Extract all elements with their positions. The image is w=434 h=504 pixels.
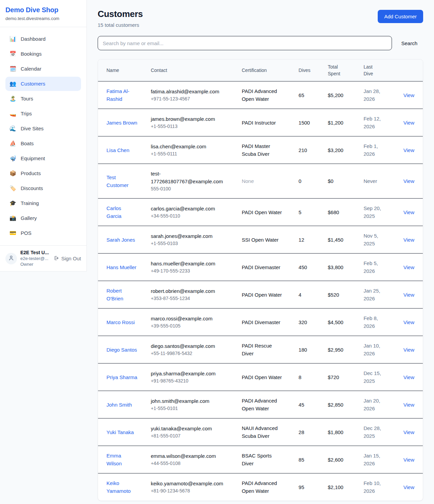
customer-certification: PADI Open Water: [242, 208, 282, 216]
view-link[interactable]: View: [403, 347, 414, 353]
sidebar-item-dive-sites[interactable]: 🌊 Dive Sites: [5, 122, 81, 136]
sidebar-item-pos[interactable]: 💳 POS: [5, 226, 81, 240]
customer-name-link[interactable]: Test Customer: [106, 173, 137, 189]
customer-name-link[interactable]: Robert O'Brien: [106, 287, 137, 302]
view-link[interactable]: View: [403, 264, 414, 270]
customer-name-link[interactable]: Priya Sharma: [106, 373, 137, 381]
search-button[interactable]: Search: [401, 40, 417, 46]
customer-phone: +81-90-1234-5678: [151, 487, 234, 494]
customer-last-dive: Jan 10, 2026: [363, 342, 384, 357]
island-icon: 🏝️: [9, 95, 16, 102]
user-email: e2e-tester@...: [20, 256, 49, 261]
sidebar: Demo Dive Shop demo.test.divestreams.com…: [0, 0, 87, 272]
customer-name-link[interactable]: Marco Rossi: [106, 318, 135, 326]
sidebar-item-products[interactable]: 📦 Products: [5, 166, 81, 181]
customer-certification: PADI Divemaster: [242, 318, 280, 326]
customer-name-link[interactable]: Diego Santos: [106, 346, 137, 354]
view-link[interactable]: View: [403, 319, 414, 325]
customer-phone: +1-555-0113: [151, 123, 234, 130]
customer-name-link[interactable]: Carlos Garcia: [106, 204, 137, 220]
sidebar-item-discounts[interactable]: 🏷️ Discounts: [5, 181, 81, 195]
customer-certification: PADI Master Scuba Diver: [242, 142, 284, 158]
customer-phone: +91-98765-43210: [151, 377, 234, 385]
view-link[interactable]: View: [403, 429, 414, 435]
customer-total-spent: $3,200: [328, 147, 343, 153]
table-row: Emma Wilson emma.wilson@example.com +44-…: [98, 446, 423, 473]
sidebar-item-equipment[interactable]: 🤿 Equipment: [5, 151, 81, 166]
customer-last-dive: Sep 20, 2025: [363, 204, 384, 220]
sidebar-item-training[interactable]: 🎓 Training: [5, 196, 81, 210]
brand: Demo Dive Shop demo.test.divestreams.com: [0, 0, 86, 27]
customer-name-link[interactable]: Emma Wilson: [106, 452, 137, 467]
sidebar-item-label: Customers: [21, 80, 45, 88]
sidebar-item-gallery[interactable]: 📸 Gallery: [5, 211, 81, 225]
add-customer-button[interactable]: Add Customer: [378, 10, 423, 23]
shop-name: Demo Dive Shop: [5, 6, 81, 14]
customer-phone: +1-555-0103: [151, 240, 234, 247]
user-role: Owner: [20, 261, 49, 267]
customer-last-dive: Dec 15, 2025: [363, 369, 384, 385]
view-link[interactable]: View: [403, 402, 414, 408]
view-link[interactable]: View: [403, 292, 414, 298]
view-link[interactable]: View: [403, 120, 414, 126]
column-header: Contact: [147, 59, 238, 81]
user-panel: E2E Test U... e2e-tester@... Owner Sign …: [0, 245, 86, 271]
sidebar-item-customers[interactable]: 👥 Customers: [5, 77, 81, 91]
customer-certification: NAUI Advanced Scuba Diver: [242, 424, 284, 440]
customer-dives: 450: [299, 264, 307, 270]
sidebar-item-label: Equipment: [21, 155, 45, 162]
customer-total-spent: $3,800: [328, 264, 343, 270]
speedboat-icon: 🚤: [9, 110, 16, 117]
customer-name-link[interactable]: Hans Mueller: [106, 263, 136, 271]
view-link[interactable]: View: [403, 178, 414, 184]
sign-out-button[interactable]: Sign Out: [53, 255, 81, 262]
customer-name-link[interactable]: Sarah Jones: [106, 236, 135, 244]
sidebar-item-label: Trips: [21, 110, 32, 117]
customer-phone: +34-555-0110: [151, 212, 234, 220]
customer-name-link[interactable]: John Smith: [106, 401, 132, 409]
table-row: Yuki Tanaka yuki.tanaka@example.com +81-…: [98, 418, 423, 446]
view-link[interactable]: View: [403, 484, 414, 490]
customer-dives: 12: [299, 237, 304, 243]
sidebar-item-tours[interactable]: 🏝️ Tours: [5, 92, 81, 106]
customer-phone: +44-555-0108: [151, 460, 234, 467]
spiral-calendar-icon: 🗓️: [9, 65, 16, 73]
customer-email: carlos.garcia@example.com: [151, 205, 215, 212]
sidebar-item-label: Discounts: [21, 185, 43, 192]
customer-certification: PADI Open Water: [242, 291, 282, 299]
sidebar-item-calendar[interactable]: 🗓️ Calendar: [5, 62, 81, 76]
column-header: Last Dive: [359, 59, 395, 81]
customer-name-link[interactable]: Fatima Al-Rashid: [106, 87, 137, 103]
customer-name-link[interactable]: Yuki Tanaka: [106, 428, 134, 436]
customer-email: diego.santos@example.com: [151, 342, 215, 350]
customer-phone: 555-0100: [151, 185, 234, 192]
sidebar-item-trips[interactable]: 🚤 Trips: [5, 107, 81, 121]
view-link[interactable]: View: [403, 92, 414, 98]
customer-phone: +81-555-0107: [151, 432, 234, 440]
view-link[interactable]: View: [403, 374, 414, 380]
customer-count: 15 total customers: [98, 22, 143, 28]
customer-email: sarah.jones@example.com: [151, 232, 213, 240]
customer-name-link[interactable]: James Brown: [106, 119, 137, 127]
sidebar-item-boats[interactable]: ⛵ Boats: [5, 136, 81, 151]
view-link[interactable]: View: [403, 147, 414, 153]
customer-dives: 45: [299, 402, 304, 408]
calendar-date-icon: 📅: [9, 50, 16, 58]
customer-dives: 65: [299, 92, 304, 98]
sidebar-item-dashboard[interactable]: 📊 Dashboard: [5, 32, 81, 46]
customer-certification: PADI Advanced Open Water: [242, 479, 284, 495]
view-link[interactable]: View: [403, 237, 414, 243]
user-meta: E2E Test U... e2e-tester@... Owner: [20, 250, 49, 267]
search-bar: Search: [98, 36, 423, 50]
sidebar-item-bookings[interactable]: 📅 Bookings: [5, 47, 81, 61]
customer-name-link[interactable]: Lisa Chen: [106, 146, 130, 154]
sidebar-item-label: Dive Sites: [21, 125, 44, 132]
customer-name-link[interactable]: Keiko Yamamoto: [106, 479, 137, 495]
customer-total-spent: $1,450: [328, 237, 343, 243]
table-row: Fatima Al-Rashid fatima.alrashid@example…: [98, 81, 423, 109]
customer-last-dive: Jan 25, 2026: [363, 287, 384, 302]
view-link[interactable]: View: [403, 209, 414, 215]
view-link[interactable]: View: [403, 457, 414, 463]
customer-certification: PADI Open Water: [242, 373, 282, 381]
search-input[interactable]: [98, 36, 392, 50]
